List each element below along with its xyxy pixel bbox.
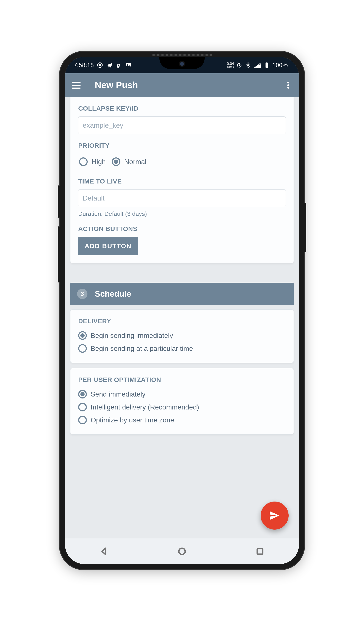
power-button bbox=[304, 203, 306, 252]
per-user-timezone-radio[interactable]: Optimize by user time zone bbox=[78, 414, 286, 427]
ttl-input[interactable] bbox=[78, 189, 286, 207]
network-speed: 0.04 KB/S bbox=[227, 62, 234, 69]
radio-icon bbox=[78, 403, 87, 412]
per-user-intelligent-label: Intelligent delivery (Recommended) bbox=[91, 403, 199, 411]
radio-icon bbox=[78, 331, 87, 340]
priority-high-label: High bbox=[92, 158, 106, 166]
menu-icon[interactable] bbox=[72, 80, 81, 90]
delivery-label: DELIVERY bbox=[78, 317, 286, 325]
svg-rect-7 bbox=[267, 63, 268, 63]
priority-label: PRIORITY bbox=[78, 142, 286, 149]
side-button bbox=[58, 185, 60, 218]
radio-icon bbox=[79, 157, 88, 166]
signal-icon: 4G+ bbox=[253, 62, 261, 68]
svg-rect-9 bbox=[257, 549, 263, 554]
send-icon bbox=[268, 509, 281, 522]
back-button[interactable] bbox=[97, 545, 111, 558]
system-navbar bbox=[65, 538, 299, 564]
app-icon: g bbox=[116, 62, 122, 68]
per-user-intelligent-radio[interactable]: Intelligent delivery (Recommended) bbox=[78, 401, 286, 414]
per-user-immediate-label: Send immediately bbox=[91, 390, 145, 398]
home-button[interactable] bbox=[175, 545, 189, 558]
image-icon bbox=[125, 62, 132, 68]
ttl-helper: Duration: Default (3 days) bbox=[78, 210, 286, 217]
collapse-key-input[interactable] bbox=[78, 116, 286, 134]
record-icon bbox=[97, 62, 103, 68]
phone-frame: 7:58:18 g 0.04 KB/S 4G+ 100% New P bbox=[60, 52, 304, 569]
delivery-later-label: Begin sending at a particular time bbox=[91, 345, 193, 353]
collapse-key-label: COLLAPSE KEY/ID bbox=[78, 105, 286, 112]
net-speed-value: 0.04 bbox=[227, 62, 234, 66]
action-buttons-label: ACTION BUTTONS bbox=[78, 225, 286, 232]
alarm-icon bbox=[236, 62, 242, 68]
per-user-card: PER USER OPTIMIZATION Send immediately I… bbox=[70, 368, 294, 434]
telegram-icon bbox=[106, 62, 113, 68]
page-title: New Push bbox=[95, 80, 284, 90]
signal-label: 4G+ bbox=[257, 63, 261, 65]
notch bbox=[159, 57, 205, 69]
battery-icon bbox=[264, 62, 270, 68]
appbar: New Push bbox=[65, 73, 299, 97]
phone-speaker bbox=[152, 54, 212, 56]
status-time: 7:58:18 bbox=[74, 62, 94, 69]
overflow-menu-icon[interactable] bbox=[284, 81, 292, 89]
schedule-title: Schedule bbox=[95, 289, 131, 299]
delivery-later-radio[interactable]: Begin sending at a particular time bbox=[78, 342, 286, 355]
step-number-badge: 3 bbox=[77, 289, 87, 299]
recent-button[interactable] bbox=[253, 545, 267, 558]
priority-normal-radio[interactable]: Normal bbox=[112, 155, 146, 168]
send-fab[interactable] bbox=[261, 501, 289, 530]
bluetooth-icon bbox=[245, 62, 251, 68]
per-user-immediate-radio[interactable]: Send immediately bbox=[78, 388, 286, 401]
per-user-label: PER USER OPTIMIZATION bbox=[78, 376, 286, 383]
battery-percent: 100% bbox=[272, 62, 288, 69]
radio-icon bbox=[78, 416, 87, 424]
svg-text:g: g bbox=[116, 62, 120, 68]
radio-icon bbox=[112, 157, 120, 166]
radio-icon bbox=[78, 390, 87, 398]
delivery-card: DELIVERY Begin sending immediately Begin… bbox=[70, 310, 294, 363]
net-speed-unit: KB/S bbox=[227, 66, 234, 69]
options-card: COLLAPSE KEY/ID PRIORITY High Normal TIM… bbox=[70, 97, 294, 263]
priority-high-radio[interactable]: High bbox=[79, 155, 106, 168]
content-scroll[interactable]: COLLAPSE KEY/ID PRIORITY High Normal TIM… bbox=[65, 97, 299, 564]
svg-point-1 bbox=[99, 64, 101, 66]
svg-point-8 bbox=[179, 548, 185, 554]
screen: 7:58:18 g 0.04 KB/S 4G+ 100% New P bbox=[65, 57, 299, 564]
svg-rect-6 bbox=[266, 63, 268, 68]
schedule-step-header[interactable]: 3 Schedule bbox=[70, 283, 294, 305]
add-button[interactable]: ADD BUTTON bbox=[78, 237, 138, 255]
per-user-timezone-label: Optimize by user time zone bbox=[91, 416, 174, 424]
ttl-label: TIME TO LIVE bbox=[78, 178, 286, 185]
priority-normal-label: Normal bbox=[124, 158, 146, 166]
radio-icon bbox=[78, 344, 87, 353]
delivery-immediate-radio[interactable]: Begin sending immediately bbox=[78, 329, 286, 342]
volume-button bbox=[58, 226, 60, 282]
delivery-immediate-label: Begin sending immediately bbox=[91, 332, 173, 340]
svg-point-4 bbox=[127, 64, 128, 65]
